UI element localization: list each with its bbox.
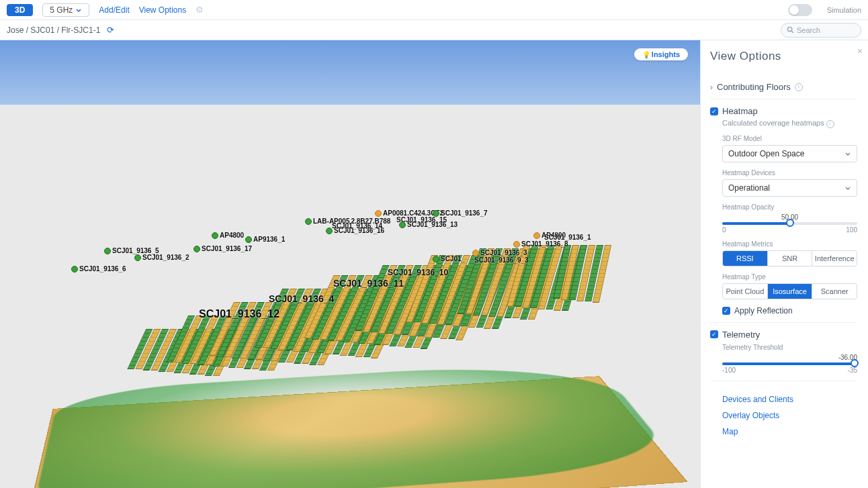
chevron-down-icon (844, 150, 851, 157)
metric-rssi[interactable]: RSSI (723, 251, 767, 266)
heatmap-devices-select[interactable]: Operational (722, 179, 857, 197)
metric-interference[interactable]: Interference (812, 251, 857, 266)
threshold-label: Telemetry Threshold (722, 344, 857, 351)
info-icon[interactable]: i (826, 120, 834, 128)
heatmap-devices-label: Heatmap Devices (722, 169, 857, 177)
panel-title: View Options (710, 50, 857, 63)
ap-marker[interactable]: AP9136_1 (245, 236, 285, 243)
bulb-icon: 💡 (642, 51, 650, 58)
opacity-slider[interactable]: 50.00 0100 (722, 213, 857, 234)
ap-marker[interactable]: SCJ01_ (433, 255, 465, 262)
apply-reflection-row[interactable]: ✓ Apply Reflection (722, 306, 857, 315)
overlay-objects-link[interactable]: Overlay Objects (722, 411, 857, 420)
add-edit-link[interactable]: Add/Edit (99, 5, 129, 15)
insights-button[interactable]: 💡 Insights (634, 48, 688, 60)
metrics-label: Heatmap Metrics (722, 240, 857, 248)
heatmap-subtitle: Calculated coverage heatmaps i (722, 119, 857, 128)
telemetry-section-header[interactable]: ✓ Telemetry (710, 330, 857, 340)
rf-model-select[interactable]: Outdoor Open Space (722, 145, 857, 162)
type-label: Heatmap Type (722, 273, 857, 281)
type-segmented[interactable]: Point Cloud Isosurface Scanner (722, 283, 857, 299)
ap-marker[interactable]: SCJ01_9136_6 (71, 265, 126, 273)
type-isosurface[interactable]: Isosurface (767, 284, 812, 299)
info-icon[interactable]: i (795, 83, 803, 91)
ap-marker[interactable]: AP4800 (212, 232, 244, 239)
ap-marker[interactable]: SCJ01_9136_7 (433, 209, 488, 217)
simulation-label: Simulation (827, 6, 861, 14)
ap-marker[interactable]: SCJ01_9136_3 (472, 249, 527, 256)
ap-marker[interactable]: SCJ01_9136_13 (399, 221, 458, 228)
simulation-toggle[interactable] (788, 4, 812, 16)
insights-label: Insights (652, 50, 680, 58)
ap-marker[interactable]: SCJ01_9136_2 (134, 254, 189, 261)
telemetry-checkbox[interactable]: ✓ (710, 330, 718, 338)
search-input[interactable]: Search (781, 23, 861, 38)
chevron-down-icon (844, 185, 851, 191)
ap-marker[interactable]: SCJ01_9136_10 (388, 268, 448, 277)
search-placeholder: Search (797, 26, 820, 34)
chevron-down-icon (75, 7, 82, 13)
apply-reflection-checkbox[interactable]: ✓ (722, 307, 730, 315)
map-link[interactable]: Map (722, 427, 857, 436)
close-icon[interactable]: × (857, 46, 863, 56)
opacity-label: Heatmap Opacity (722, 203, 857, 211)
ap-marker[interactable]: SCJ01_9136_4 (269, 293, 334, 304)
heatmap-section-header[interactable]: ✓ Heatmap (710, 106, 857, 116)
contributing-floors-toggle[interactable]: › Contributing Floors i (710, 82, 857, 92)
devices-clients-link[interactable]: Devices and Clients (722, 395, 857, 404)
threshold-slider[interactable]: -36.00 -100-35 (722, 354, 857, 374)
ap-marker[interactable]: SCJ01_9136_14 (332, 222, 382, 230)
ap-marker[interactable]: SCJ01_9136_12 (199, 308, 279, 320)
type-scanner[interactable]: Scanner (812, 284, 857, 299)
type-pointcloud[interactable]: Point Cloud (723, 284, 767, 299)
ap-marker[interactable]: SCJ01_9136_11 (333, 278, 404, 289)
metrics-segmented[interactable]: RSSI SNR Interference (722, 250, 857, 266)
ap-marker[interactable]: SCJ01_9136_9_3 (474, 256, 529, 264)
search-icon (787, 26, 794, 34)
gear-icon[interactable]: ⚙ (196, 5, 204, 15)
refresh-icon[interactable]: ⟳ (107, 25, 114, 35)
breadcrumb[interactable]: Jose / SJC01 / Flr-SJC1-1 (7, 26, 100, 35)
view-options-panel: × View Options › Contributing Floors i ✓… (700, 40, 868, 488)
ap-marker[interactable]: SCJ01_9136_17 (193, 245, 252, 252)
view-options-link[interactable]: View Options (139, 5, 186, 15)
chevron-right-icon: › (710, 83, 713, 92)
3d-viewport[interactable]: 💡 Insights (0, 40, 700, 488)
view-3d-button[interactable]: 3D (7, 4, 33, 16)
ap-marker[interactable]: SCJ01_9136_8 (513, 240, 568, 248)
frequency-dropdown[interactable]: 5 GHz (42, 3, 89, 17)
metric-snr[interactable]: SNR (767, 251, 812, 266)
rf-model-label: 3D RF Model (722, 135, 857, 142)
frequency-value: 5 GHz (50, 5, 73, 15)
svg-point-0 (787, 27, 791, 31)
heatmap-checkbox[interactable]: ✓ (710, 107, 718, 115)
